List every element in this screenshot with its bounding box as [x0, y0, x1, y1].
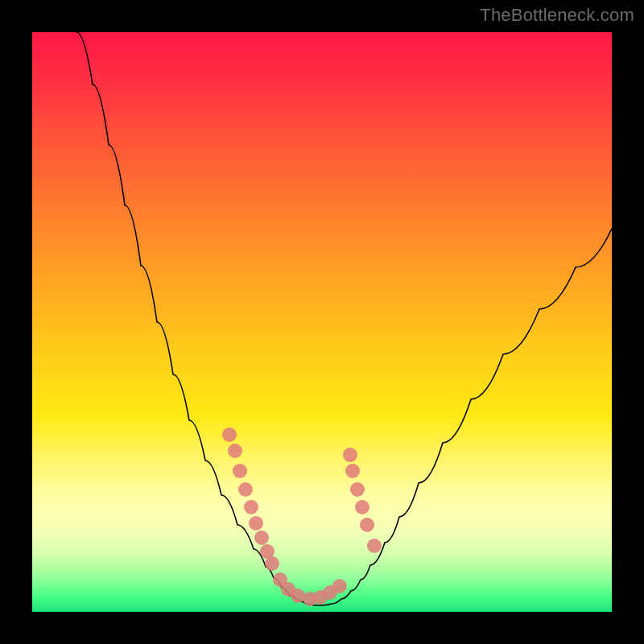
data-dot — [350, 482, 365, 497]
data-dot — [233, 464, 247, 478]
data-dot — [360, 518, 374, 532]
data-dot — [254, 530, 269, 545]
data-dot — [244, 500, 258, 514]
data-dot — [345, 464, 360, 478]
data-dot — [249, 516, 263, 530]
data-dot — [355, 500, 369, 514]
data-dots-group — [222, 427, 382, 606]
bottleneck-curve — [76, 32, 612, 605]
chart-overlay — [32, 32, 612, 612]
data-dot — [265, 556, 279, 571]
data-dot — [367, 539, 382, 553]
data-dot — [228, 444, 242, 458]
data-dot — [238, 482, 253, 497]
data-dot — [332, 579, 347, 593]
attribution-label: TheBottleneck.com — [480, 5, 634, 26]
chart-frame: TheBottleneck.com — [0, 0, 644, 644]
plot-area — [32, 32, 612, 612]
data-dot — [222, 427, 237, 442]
data-dot — [343, 448, 357, 462]
